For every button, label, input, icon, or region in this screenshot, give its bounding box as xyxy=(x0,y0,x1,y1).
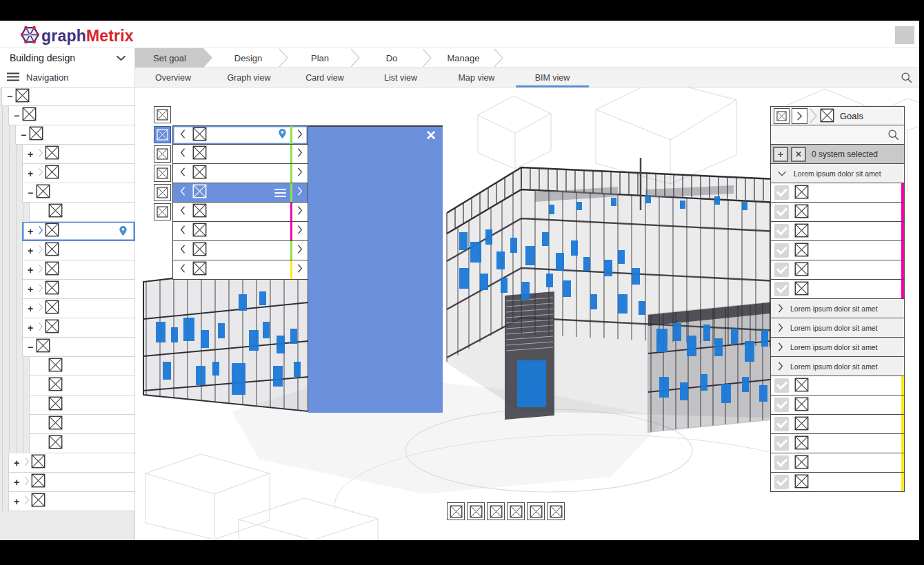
float-panel-row[interactable] xyxy=(172,260,308,280)
expand-toggle[interactable]: + xyxy=(25,303,36,314)
prev-button[interactable] xyxy=(180,244,186,257)
stage-do[interactable]: Do xyxy=(356,48,428,68)
goal-item-row[interactable] xyxy=(770,434,905,453)
checked-checkbox-icon[interactable] xyxy=(774,398,789,412)
goal-group-row[interactable]: Lorem ipsum dolor sit amet xyxy=(770,338,905,357)
tree-item-thumbnail[interactable] xyxy=(45,261,59,278)
expand-toggle[interactable]: + xyxy=(25,284,36,295)
tree-row[interactable]: + xyxy=(22,164,135,183)
goals-search-input[interactable] xyxy=(770,125,905,145)
search-icon[interactable] xyxy=(901,72,912,86)
checked-checkbox-icon[interactable] xyxy=(774,282,789,296)
workspace-selector[interactable]: Building design xyxy=(0,48,135,68)
expand-toggle[interactable]: + xyxy=(25,265,36,276)
tree-row[interactable] xyxy=(29,434,135,453)
menu-icon[interactable] xyxy=(274,187,286,199)
float-panel-row[interactable] xyxy=(172,183,308,203)
tree-row[interactable]: − xyxy=(15,125,135,145)
tree-row[interactable] xyxy=(29,376,135,395)
tab-bim-view[interactable]: BIM view xyxy=(514,68,590,88)
expand-toggle[interactable]: + xyxy=(11,496,22,507)
tree-item-thumbnail[interactable] xyxy=(45,300,59,317)
checked-checkbox-icon[interactable] xyxy=(774,185,789,200)
checked-checkbox-icon[interactable] xyxy=(774,475,789,489)
tree-row[interactable]: + xyxy=(8,473,135,492)
tree-row[interactable] xyxy=(29,357,135,376)
stage-plan[interactable]: Plan xyxy=(284,48,356,68)
goal-item-row[interactable] xyxy=(770,280,905,299)
tree-row[interactable]: + xyxy=(8,492,135,511)
goal-item-row[interactable] xyxy=(770,183,905,203)
prev-button[interactable] xyxy=(180,147,186,161)
goal-group-row[interactable]: Lorem ipsum dolor sit amet xyxy=(770,164,905,183)
stage-design[interactable]: Design xyxy=(212,48,284,68)
checked-checkbox-icon[interactable] xyxy=(774,417,789,431)
float-row-thumbnail-box[interactable] xyxy=(154,165,171,182)
checked-checkbox-icon[interactable] xyxy=(774,263,789,277)
checked-checkbox-icon[interactable] xyxy=(774,436,789,451)
tree-item-thumbnail[interactable] xyxy=(45,242,59,259)
float-panel-row[interactable] xyxy=(172,222,308,241)
next-button[interactable] xyxy=(297,244,303,257)
tree-item-thumbnail[interactable] xyxy=(48,435,63,452)
next-button[interactable] xyxy=(297,225,303,238)
goal-item-row[interactable] xyxy=(770,395,905,415)
goal-group-row[interactable]: Lorem ipsum dolor sit amet xyxy=(770,357,905,376)
expand-toggle[interactable]: + xyxy=(25,149,36,160)
expand-toggle[interactable]: + xyxy=(25,245,36,256)
expand-toggle[interactable]: + xyxy=(11,458,22,469)
goals-header-box[interactable] xyxy=(774,108,790,124)
tree-row[interactable]: + xyxy=(22,222,135,241)
float-panel-row[interactable] xyxy=(172,241,308,260)
goals-header-box[interactable] xyxy=(820,108,834,124)
checked-checkbox-icon[interactable] xyxy=(774,205,789,219)
collapse-toggle[interactable]: − xyxy=(18,130,29,141)
tree-item-thumbnail[interactable] xyxy=(48,358,63,375)
tree-item-thumbnail[interactable] xyxy=(36,338,50,356)
tree-row[interactable]: + xyxy=(22,241,135,260)
float-panel-row[interactable] xyxy=(172,203,308,222)
tree-item-thumbnail[interactable] xyxy=(45,280,59,298)
tree-item-thumbnail[interactable] xyxy=(31,493,46,510)
tree-item-thumbnail[interactable] xyxy=(48,203,63,220)
tree-row[interactable]: + xyxy=(22,280,135,299)
tree-item-thumbnail[interactable] xyxy=(48,377,63,394)
tree-item-thumbnail[interactable] xyxy=(45,165,59,182)
tree-row[interactable]: + xyxy=(22,318,135,338)
tree-row[interactable] xyxy=(29,203,135,222)
account-button[interactable] xyxy=(895,26,914,44)
goal-item-row[interactable] xyxy=(770,260,905,280)
add-button[interactable]: + xyxy=(773,147,788,162)
checked-checkbox-icon[interactable] xyxy=(774,224,789,238)
checked-checkbox-icon[interactable] xyxy=(774,378,789,393)
float-row-thumbnail-box[interactable] xyxy=(154,203,171,220)
float-panel-anchor-box[interactable] xyxy=(154,106,171,123)
prev-button[interactable] xyxy=(180,129,186,142)
navigation-header[interactable]: Navigation xyxy=(0,68,135,88)
tree-item-thumbnail[interactable] xyxy=(48,415,63,433)
tree-row[interactable]: − xyxy=(8,106,135,125)
collapse-toggle[interactable]: − xyxy=(4,91,15,102)
tree-item-thumbnail[interactable] xyxy=(22,107,37,124)
goal-item-row[interactable] xyxy=(770,222,905,241)
tree-item-thumbnail[interactable] xyxy=(48,396,63,413)
tree-row[interactable]: + xyxy=(8,453,135,473)
tab-overview[interactable]: Overview xyxy=(135,68,211,88)
tree-item-thumbnail[interactable] xyxy=(29,126,43,143)
tree-item-thumbnail[interactable] xyxy=(45,145,59,163)
collapse-panel-button[interactable] xyxy=(792,108,807,124)
clear-selection-button[interactable]: ✕ xyxy=(791,147,806,162)
tab-graph-view[interactable]: Graph view xyxy=(211,68,287,88)
tab-card-view[interactable]: Card view xyxy=(287,68,363,88)
stage-set-goal[interactable]: Set goal xyxy=(135,48,212,68)
tree-row[interactable]: + xyxy=(22,260,135,280)
checked-checkbox-icon[interactable] xyxy=(774,243,789,258)
goal-item-row[interactable] xyxy=(770,473,905,492)
next-button[interactable] xyxy=(297,263,303,276)
prev-button[interactable] xyxy=(180,225,186,238)
tree-item-thumbnail[interactable] xyxy=(31,454,46,471)
goal-group-row[interactable]: Lorem ipsum dolor sit amet xyxy=(770,299,905,318)
tree-item-thumbnail[interactable] xyxy=(15,88,30,105)
checked-checkbox-icon[interactable] xyxy=(774,455,789,470)
float-row-thumbnail-box[interactable] xyxy=(154,126,171,143)
